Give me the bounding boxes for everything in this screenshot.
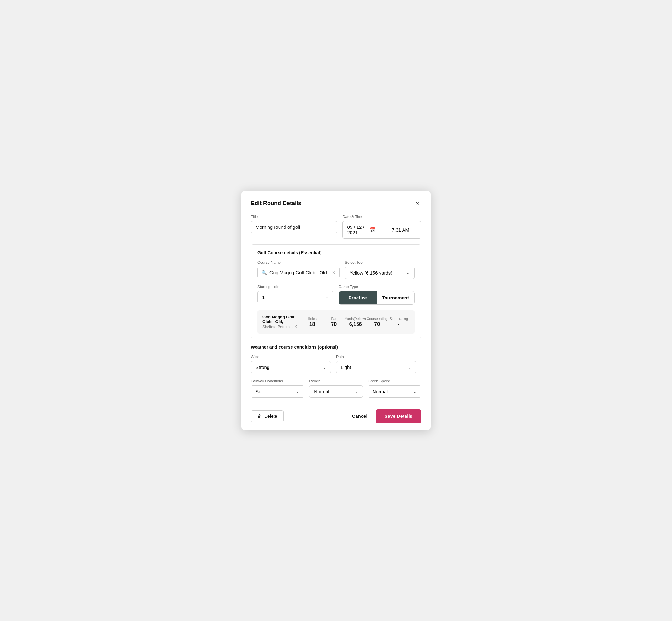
chevron-down-icon-rough: ⌄ — [354, 389, 358, 394]
time-box[interactable]: 7:31 AM — [380, 221, 421, 239]
clear-icon[interactable]: ✕ — [332, 270, 336, 275]
course-info-box: Gog Magog Golf Club - Old, Shelford Bott… — [257, 310, 415, 334]
time-value: 7:31 AM — [392, 227, 409, 233]
green-speed-label: Green Speed — [368, 379, 421, 383]
fairway-col: Fairway Conditions Soft ⌄ — [251, 379, 304, 398]
rain-col: Rain Light ⌄ — [336, 355, 416, 373]
fairway-value: Soft — [256, 389, 264, 394]
fairway-dropdown[interactable]: Soft ⌄ — [251, 385, 304, 398]
save-button[interactable]: Save Details — [376, 409, 421, 423]
course-name-label: Course Name — [257, 260, 340, 265]
slope-rating-stat: Slope rating - — [388, 317, 410, 327]
wind-col: Wind Strong ⌄ — [251, 355, 331, 373]
wind-rain-row: Wind Strong ⌄ Rain Light ⌄ — [251, 355, 421, 373]
chevron-down-icon-fairway: ⌄ — [296, 389, 299, 394]
select-tee-label: Select Tee — [345, 260, 415, 265]
holes-stat: Holes 18 — [301, 317, 323, 327]
date-time-row: 05 / 12 / 2021 📅 7:31 AM — [342, 221, 421, 239]
tournament-button[interactable]: Tournament — [377, 291, 415, 304]
yards-stat: Yards(Yellow) 6,156 — [344, 317, 366, 327]
golf-course-section: Golf Course details (Essential) Course N… — [251, 244, 421, 338]
par-label: Par — [323, 317, 345, 321]
cancel-button[interactable]: Cancel — [346, 410, 373, 422]
modal-header: Edit Round Details × — [251, 199, 421, 207]
datetime-label: Date & Time — [342, 215, 421, 219]
rain-value: Light — [341, 365, 351, 370]
edit-round-modal: Edit Round Details × Title Date & Time 0… — [241, 191, 431, 430]
starting-hole-dropdown[interactable]: 1 ⌄ — [257, 291, 333, 303]
wind-dropdown[interactable]: Strong ⌄ — [251, 361, 331, 373]
holes-label: Holes — [301, 317, 323, 321]
fairway-rough-green-row: Fairway Conditions Soft ⌄ Rough Normal ⌄… — [251, 379, 421, 398]
rough-value: Normal — [314, 389, 329, 394]
hole-gametype-row: Starting Hole 1 ⌄ Game Type Practice Tou… — [257, 285, 415, 304]
course-info-location: Shelford Bottom, UK — [262, 325, 301, 329]
select-tee-dropdown[interactable]: Yellow (6,156 yards) ⌄ — [345, 266, 415, 279]
fairway-label: Fairway Conditions — [251, 379, 304, 383]
footer-row: 🗑 Delete Cancel Save Details — [251, 404, 421, 423]
date-box[interactable]: 05 / 12 / 2021 📅 — [342, 221, 380, 239]
starting-hole-value: 1 — [262, 294, 265, 300]
par-stat: Par 70 — [323, 317, 345, 327]
practice-button[interactable]: Practice — [339, 291, 377, 304]
golf-course-title: Golf Course details (Essential) — [257, 250, 415, 255]
chevron-down-icon-wind: ⌄ — [323, 365, 326, 370]
select-tee-col: Select Tee Yellow (6,156 yards) ⌄ — [345, 260, 415, 279]
calendar-icon: 📅 — [369, 227, 375, 233]
rain-dropdown[interactable]: Light ⌄ — [336, 361, 416, 373]
course-tee-row: Course Name 🔍 ✕ Select Tee Yellow (6,156… — [257, 260, 415, 279]
course-name-search[interactable]: 🔍 ✕ — [257, 266, 340, 278]
green-speed-value: Normal — [373, 389, 388, 394]
yards-label: Yards(Yellow) — [344, 317, 366, 321]
rough-col: Rough Normal ⌄ — [309, 379, 363, 398]
course-rating-value: 70 — [366, 322, 388, 327]
weather-section: Weather and course conditions (optional)… — [251, 344, 421, 398]
title-label: Title — [251, 215, 337, 219]
chevron-down-icon-hole: ⌄ — [325, 295, 329, 299]
par-value: 70 — [323, 322, 345, 327]
chevron-down-icon-rain: ⌄ — [408, 365, 411, 370]
delete-button[interactable]: 🗑 Delete — [251, 410, 284, 422]
trash-icon: 🗑 — [257, 414, 262, 419]
footer-right: Cancel Save Details — [346, 409, 421, 423]
game-type-label: Game Type — [339, 285, 415, 289]
rough-dropdown[interactable]: Normal ⌄ — [309, 385, 363, 398]
course-info-name: Gog Magog Golf Club - Old, — [262, 315, 301, 324]
rain-label: Rain — [336, 355, 416, 359]
weather-title: Weather and course conditions (optional) — [251, 344, 421, 349]
game-type-toggle: Practice Tournament — [339, 291, 415, 304]
chevron-down-icon: ⌄ — [406, 271, 410, 275]
select-tee-value: Yellow (6,156 yards) — [349, 270, 392, 276]
slope-rating-label: Slope rating — [388, 317, 410, 321]
search-icon: 🔍 — [261, 270, 267, 275]
title-col: Title — [251, 215, 337, 239]
course-info-name-col: Gog Magog Golf Club - Old, Shelford Bott… — [262, 315, 301, 329]
rough-label: Rough — [309, 379, 363, 383]
modal-title: Edit Round Details — [251, 200, 301, 207]
slope-rating-value: - — [388, 322, 410, 327]
starting-hole-label: Starting Hole — [257, 285, 333, 289]
wind-label: Wind — [251, 355, 331, 359]
wind-value: Strong — [256, 365, 269, 370]
title-input[interactable] — [251, 221, 337, 233]
close-button[interactable]: × — [414, 199, 421, 207]
starting-hole-col: Starting Hole 1 ⌄ — [257, 285, 333, 304]
datetime-col: Date & Time 05 / 12 / 2021 📅 7:31 AM — [342, 215, 421, 239]
delete-label: Delete — [264, 414, 277, 419]
holes-value: 18 — [301, 322, 323, 327]
course-rating-stat: Course rating 70 — [366, 317, 388, 327]
chevron-down-icon-green: ⌄ — [413, 389, 416, 394]
course-name-col: Course Name 🔍 ✕ — [257, 260, 340, 279]
title-datetime-row: Title Date & Time 05 / 12 / 2021 📅 7:31 … — [251, 215, 421, 239]
date-value: 05 / 12 / 2021 — [347, 224, 367, 235]
course-rating-label: Course rating — [366, 317, 388, 321]
yards-value: 6,156 — [344, 322, 366, 327]
game-type-col: Game Type Practice Tournament — [339, 285, 415, 304]
course-name-input[interactable] — [269, 270, 329, 275]
green-speed-col: Green Speed Normal ⌄ — [368, 379, 421, 398]
green-speed-dropdown[interactable]: Normal ⌄ — [368, 385, 421, 398]
